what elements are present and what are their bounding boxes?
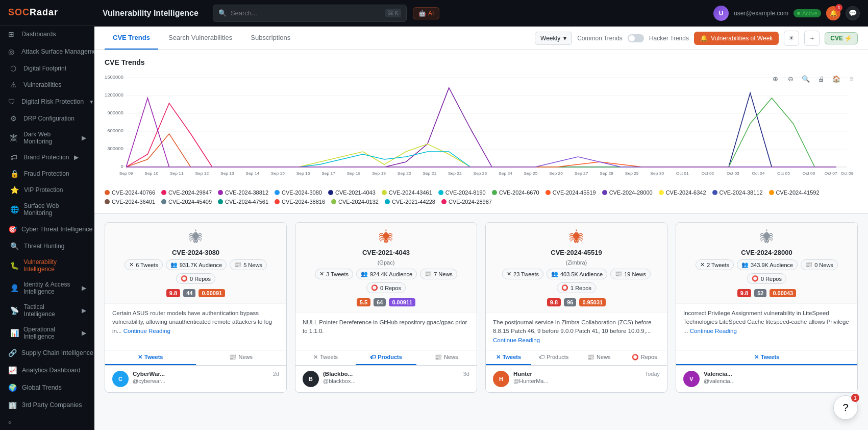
- legend-cve-2024-0132[interactable]: CVE-2024-0132: [331, 199, 379, 205]
- legend-cve-2021-4043[interactable]: CVE-2021-4043: [328, 189, 376, 196]
- home-chart-icon[interactable]: 🏠: [830, 73, 842, 85]
- card-tab-tweets-2[interactable]: ✕ Tweets: [295, 350, 356, 365]
- sidebar-item-digital-footprint[interactable]: ⬡ Digital Footprint: [0, 60, 94, 77]
- card-subtitle-3: (Zimbra): [566, 259, 587, 266]
- sidebar-item-third-party[interactable]: 🏢 3rd Party Companies: [0, 396, 94, 414]
- card-tab-news-2[interactable]: 📰 News: [416, 350, 477, 365]
- legend-cve-2024-28987[interactable]: CVE-2024-28987: [441, 199, 492, 205]
- topbar: Vulnerability Intelligence 🔍 ⌘ K 🤖 AI U …: [94, 0, 868, 27]
- chat-float-button[interactable]: ? 1: [833, 395, 858, 420]
- x-icon-3: ✕: [507, 271, 511, 277]
- cyber-threat-icon: 🎯: [8, 225, 16, 233]
- legend-cve-2024-6342[interactable]: CVE-2024-6342: [659, 189, 706, 196]
- search-input[interactable]: [231, 9, 381, 17]
- sidebar: SOCRadar ⊞ Dashboards ◎ Attack Surface M…: [0, 0, 94, 430]
- menu-chart-icon[interactable]: ≡: [846, 73, 858, 85]
- sidebar-item-cyber-threat[interactable]: 🎯 Cyber Threat Intelligence ▼: [0, 221, 94, 238]
- score-row-3: 9.8 96 0.95031: [547, 296, 606, 308]
- card-tab-products-3[interactable]: 🏷 Products: [531, 350, 577, 365]
- username-label: user@example.com: [734, 10, 788, 17]
- tabs-bar: CVE Trends Search Vulnerabilities Subscr…: [94, 27, 868, 50]
- tab-search-vulnerabilities[interactable]: Search Vulnerabilities: [160, 27, 240, 50]
- card-tab-news-1[interactable]: 📰 News: [196, 350, 287, 365]
- cards-grid: 🕷 CVE-2024-3080 ✕ 6 Tweets 👥 931.7K Audi…: [105, 222, 858, 393]
- save-chart-icon[interactable]: 🖨: [815, 73, 827, 85]
- sidebar-item-identity-access[interactable]: 👤 Identity & Access Intelligence ▶: [0, 277, 94, 299]
- sidebar-item-tactical-intel[interactable]: 📡 Tactical Intelligence ▶: [0, 299, 94, 322]
- svg-text:Sep 24: Sep 24: [499, 171, 512, 176]
- card-desc-4: Incorrect Privilege Assignment vulnerabi…: [676, 304, 857, 350]
- plus-icon-button[interactable]: ＋: [804, 31, 820, 46]
- chat-button[interactable]: 💬: [846, 6, 860, 20]
- search-zoom-icon[interactable]: 🔍: [800, 73, 812, 85]
- sidebar-item-global-trends[interactable]: 🌍 Global Trends: [0, 379, 94, 396]
- sidebar-item-attack-surface[interactable]: ◎ Attack Surface Management ▶: [0, 43, 94, 60]
- legend-cve-2024-43461[interactable]: CVE-2024-43461: [382, 189, 432, 196]
- sidebar-item-digital-risk[interactable]: 🛡 Digital Risk Protection ▼: [0, 93, 94, 110]
- card-tab-tweets-1[interactable]: ✕ Tweets: [105, 350, 196, 365]
- sidebar-item-drp-config[interactable]: ⚙ DRP Configuration: [0, 110, 94, 127]
- legend-cve-2024-38112[interactable]: CVE-2024-38112: [712, 189, 763, 196]
- sidebar-item-supply-chain[interactable]: 🔗 Supply Chain Intelligence ▼: [0, 344, 94, 362]
- sidebar-item-operational-intel[interactable]: 📊 Operational Intelligence ▶: [0, 322, 94, 344]
- sidebar-collapse-btn[interactable]: «: [0, 414, 94, 430]
- score2-3: 96: [564, 298, 576, 306]
- legend-cve-2024-41592[interactable]: CVE-2024-41592: [769, 189, 820, 196]
- legend-cve-2024-45409[interactable]: CVE-2024-45409: [161, 199, 212, 205]
- legend-cve-2024-28000[interactable]: CVE-2024-28000: [602, 189, 653, 196]
- card-title-4: CVE-2024-28000: [741, 249, 792, 256]
- sidebar-item-vip-protection[interactable]: ⭐ VIP Protection: [0, 182, 94, 198]
- sun-icon-button[interactable]: ☀: [784, 31, 799, 46]
- digital-footprint-icon: ⬡: [10, 64, 18, 73]
- tweet-avatar-3: H: [493, 371, 509, 387]
- audience-icon-3: 👥: [551, 271, 558, 277]
- card-tabs-1: ✕ Tweets 📰 News: [105, 350, 286, 366]
- sidebar-item-surface-web[interactable]: 🌐 Surface Web Monitoring: [0, 198, 94, 221]
- read-more-4[interactable]: Continue Reading: [690, 328, 737, 334]
- notification-button[interactable]: 🔔 1: [826, 6, 840, 20]
- legend-cve-2024-6670[interactable]: CVE-2024-6670: [492, 189, 539, 196]
- audience-stat-2: 👥 924.4K Audience: [356, 269, 417, 279]
- card-tab-products-2[interactable]: 🏷 Products: [356, 350, 416, 365]
- card-tab-repos-3[interactable]: ⭕ Repos: [622, 350, 667, 365]
- sidebar-item-brand-protection[interactable]: 🏷 Brand Protection ▶: [0, 149, 94, 165]
- sidebar-item-threat-hunting[interactable]: 🔍 Threat Hunting: [0, 238, 94, 254]
- score2-1: 44: [183, 289, 195, 297]
- zoom-in-icon[interactable]: ⊕: [769, 73, 781, 85]
- legend-cve-2024-40766[interactable]: CVE-2024-40766: [105, 189, 155, 196]
- sidebar-item-fraud-protection[interactable]: 🔒 Fraud Protection: [0, 165, 94, 182]
- hacker-trends-toggle[interactable]: [628, 34, 644, 42]
- card-tab-tweets-3[interactable]: ✕ Tweets: [486, 350, 531, 365]
- zoom-out-icon[interactable]: ⊖: [784, 73, 797, 85]
- avatar: U: [713, 6, 729, 21]
- legend-cve-2024-38812[interactable]: CVE-2024-38812: [218, 189, 268, 196]
- read-more-3[interactable]: Continue Reading: [493, 337, 540, 343]
- sidebar-item-dashboards[interactable]: ⊞ Dashboards: [0, 26, 94, 43]
- identity-access-icon: 👤: [10, 284, 18, 292]
- card-title-1: CVE-2024-3080: [172, 249, 219, 256]
- legend-cve-2024-8190[interactable]: CVE-2024-8190: [438, 189, 486, 196]
- period-select[interactable]: Weekly ▾: [535, 32, 572, 45]
- sidebar-item-analytics[interactable]: 📈 Analytics Dashboard: [0, 362, 94, 379]
- tab-subscriptions[interactable]: Subscriptions: [242, 27, 299, 50]
- chevron-right-icon-2: ▶: [82, 134, 86, 141]
- legend-cve-2021-44228[interactable]: CVE-2021-44228: [385, 199, 435, 205]
- legend-cve-2024-45519[interactable]: CVE-2024-45519: [545, 189, 596, 196]
- tab-cve-trends[interactable]: CVE Trends: [105, 27, 158, 50]
- ai-button[interactable]: 🤖 AI: [413, 7, 439, 19]
- legend-cve-2024-36401[interactable]: CVE-2024-36401: [105, 199, 155, 205]
- svg-text:Oct 06: Oct 06: [803, 171, 815, 176]
- vulnerabilities-of-week-button[interactable]: 🔔 Vulnerabilities of Week: [694, 32, 779, 45]
- sidebar-item-dark-web[interactable]: 🕸 Dark Web Monitoring ▶: [0, 127, 94, 149]
- sidebar-item-vulnerability-intel[interactable]: 🐛 Vulnerability Intelligence: [0, 254, 94, 277]
- card-tab-tweets-4[interactable]: ✕ Tweets: [676, 350, 857, 365]
- legend-cve-2024-29847[interactable]: CVE-2024-29847: [161, 189, 212, 196]
- legend-cve-2024-38816[interactable]: CVE-2024-38816: [275, 199, 325, 205]
- search-bar[interactable]: 🔍 ⌘ K: [213, 5, 407, 22]
- card-tab-news-3[interactable]: 📰 News: [577, 350, 622, 365]
- read-more-1[interactable]: Continue Reading: [123, 328, 170, 334]
- legend-cve-2024-3080[interactable]: CVE-2024-3080: [275, 189, 322, 196]
- sidebar-item-vulnerabilities[interactable]: ⚠ Vulnerabilities: [0, 77, 94, 93]
- cve-badge[interactable]: CVE ⚡: [825, 32, 858, 44]
- legend-cve-2024-47561[interactable]: CVE-2024-47561: [218, 199, 268, 205]
